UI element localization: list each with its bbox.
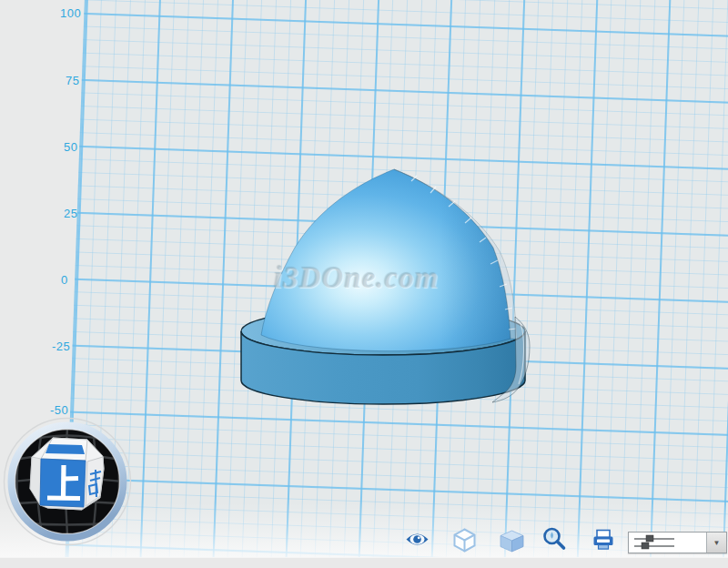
ruler-label: 75: [66, 74, 79, 87]
print-button[interactable]: [592, 529, 614, 554]
viewcube-widget[interactable]: [2, 416, 133, 547]
wireframe-cube-icon: [453, 528, 476, 553]
viewcube-cube[interactable]: [30, 438, 104, 510]
solid-cube-icon: [500, 530, 524, 553]
zoom-region-button[interactable]: [542, 527, 568, 555]
cube-front-face-top[interactable]: [40, 459, 86, 507]
ruler-label: -50: [50, 403, 68, 417]
line-style-sliders-icon: [629, 532, 706, 553]
line-style-dropdown[interactable]: ▼: [628, 532, 727, 553]
ruler-label: -25: [52, 340, 70, 353]
cube-top-face-sticker: [46, 444, 85, 454]
solid-display-button[interactable]: [500, 530, 524, 556]
bottom-bar: [0, 557, 728, 568]
ruler-label: 50: [64, 140, 77, 154]
dropdown-arrow-icon: ▼: [713, 539, 721, 547]
ruler-label: 25: [64, 207, 77, 220]
vertical-ruler: 100 75 50 25 0 -25 -50: [0, 0, 87, 473]
toggle-visibility-button[interactable]: [405, 531, 430, 552]
printer-icon: [592, 529, 614, 551]
eye-icon: [405, 531, 430, 548]
dome-right-shading: [261, 169, 511, 351]
ruler-label: 100: [60, 6, 81, 20]
dropdown-arrow-button[interactable]: ▼: [706, 532, 726, 553]
wireframe-display-button[interactable]: [453, 528, 476, 556]
modeling-viewport[interactable]: 100 75 50 25 0 -25 -50: [0, 0, 728, 568]
magnifier-icon: [542, 527, 568, 552]
ruler-label: 0: [61, 273, 68, 287]
